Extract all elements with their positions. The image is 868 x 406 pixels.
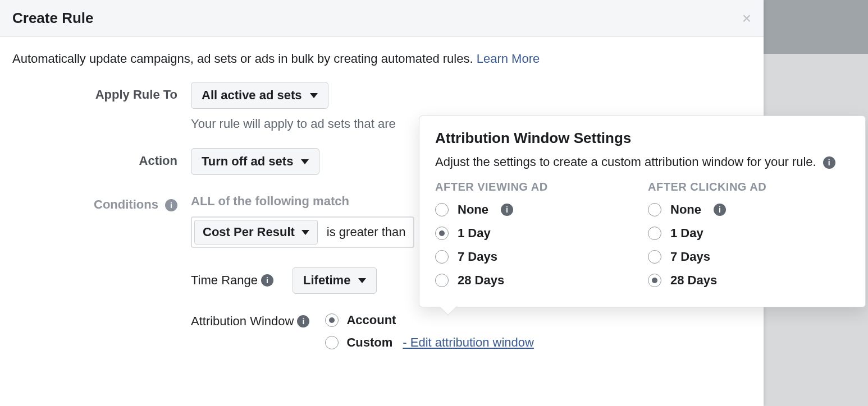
option-label: None [670,202,701,217]
condition-operator[interactable]: is greater than [321,220,412,244]
click-option-7-days[interactable]: 7 Days [648,250,849,264]
radio-icon[interactable] [325,336,339,349]
after-viewing-column: AFTER VIEWING AD None i 1 Day 7 Days 28 … [435,181,637,297]
condition-metric-dropdown[interactable]: Cost Per Result [194,220,318,244]
view-option-1-day[interactable]: 1 Day [435,226,637,241]
edit-attribution-window-link[interactable]: - Edit attribution window [403,335,534,350]
radio-icon[interactable] [435,274,449,287]
radio-icon[interactable] [648,250,661,264]
option-label: None [458,202,488,217]
attribution-window-label: Attribution Window [191,314,294,329]
option-label: 28 Days [670,273,717,288]
attribution-option-custom[interactable]: Custom - Edit attribution window [325,335,533,350]
action-label: Action [12,148,191,168]
attribution-window-settings-popover: Attribution Window Settings Adjust the s… [419,116,866,307]
chevron-down-icon [358,278,366,283]
radio-icon[interactable] [435,250,449,264]
radio-icon[interactable] [648,203,661,216]
view-option-28-days[interactable]: 28 Days [435,273,637,288]
info-icon[interactable]: i [501,204,513,216]
condition-builder: Cost Per Result is greater than [191,216,414,248]
action-dropdown[interactable]: Turn off ad sets [191,148,319,175]
time-range-dropdown[interactable]: Lifetime [293,267,377,294]
radio-icon[interactable] [435,227,449,240]
attribution-window-row: Attribution Window i Account Custom [191,313,751,358]
click-option-none[interactable]: None i [648,202,849,217]
time-range-label: Time Range [191,273,258,288]
attribution-option-account-default[interactable]: Account [325,313,533,327]
condition-metric-value: Cost Per Result [203,225,295,239]
view-option-7-days[interactable]: 7 Days [435,250,637,264]
radio-icon[interactable] [648,227,661,240]
popover-title: Attribution Window Settings [435,130,849,147]
apply-rule-value: All active ad sets [202,88,302,103]
attribution-option-label: Custom [346,335,392,350]
intro-paragraph: Automatically update campaigns, ad sets … [12,52,751,66]
info-icon[interactable]: i [297,315,309,327]
apply-rule-dropdown[interactable]: All active ad sets [191,82,328,109]
option-label: 28 Days [458,273,504,288]
modal-title: Create Rule [12,10,94,27]
info-icon[interactable]: i [261,274,273,287]
close-icon[interactable]: × [742,11,751,26]
radio-icon[interactable] [648,274,661,287]
action-value: Turn off ad sets [202,154,293,169]
conditions-label: Conditions i [12,192,191,212]
learn-more-link[interactable]: Learn More [477,52,540,66]
info-icon[interactable]: i [823,156,835,169]
modal-header: Create Rule × [0,0,764,37]
option-label: 1 Day [458,226,491,241]
option-label: 1 Day [670,226,703,241]
chevron-down-icon [301,159,309,164]
time-range-value: Lifetime [303,273,350,288]
intro-text: Automatically update campaigns, ad sets … [12,52,477,66]
click-option-28-days[interactable]: 28 Days [648,273,849,288]
attribution-option-label: Account [346,313,396,327]
info-icon[interactable]: i [714,204,726,216]
after-clicking-column: AFTER CLICKING AD None i 1 Day 7 Days 28… [648,181,849,297]
option-label: 7 Days [458,250,497,264]
option-label: 7 Days [670,250,710,264]
radio-icon[interactable] [435,203,449,216]
apply-rule-label: Apply Rule To [12,82,191,102]
click-option-1-day[interactable]: 1 Day [648,226,849,241]
chevron-down-icon [301,230,309,235]
chevron-down-icon [310,93,318,98]
view-option-none[interactable]: None i [435,202,637,217]
after-viewing-heading: AFTER VIEWING AD [435,181,637,193]
popover-description: Adjust the settings to create a custom a… [435,154,849,170]
after-clicking-heading: AFTER CLICKING AD [648,181,849,193]
info-icon[interactable]: i [165,199,177,211]
radio-icon[interactable] [325,313,339,327]
